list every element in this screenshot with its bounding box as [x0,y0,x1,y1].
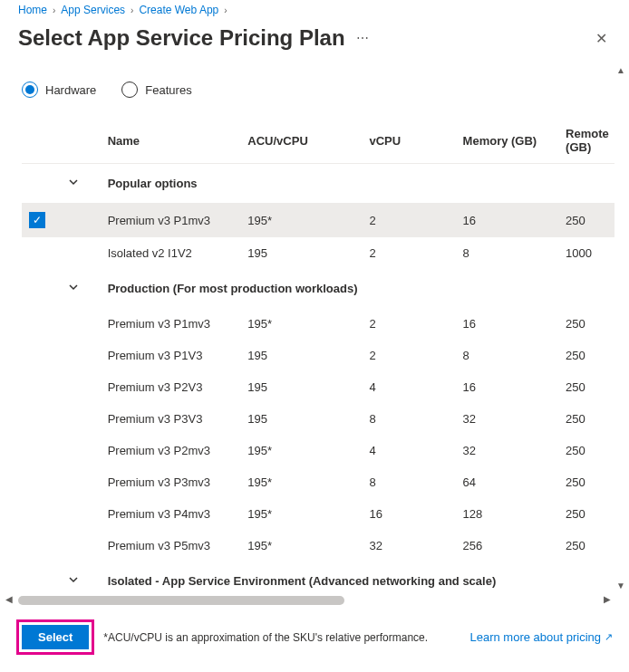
radio-icon [121,82,138,98]
table-row[interactable]: Premium v3 P2V3195416250 [22,371,614,403]
table-row[interactable]: Premium v3 P4mv3195*16128250 [22,498,614,530]
breadcrumb-app-services[interactable]: App Services [61,4,125,16]
chevron-right-icon: › [53,5,55,15]
scroll-up-icon[interactable]: ▲ [616,65,625,75]
group-label: Popular options [101,164,614,204]
cell-vcpu: 8 [362,466,455,498]
table-row[interactable]: Premium v3 P3mv3195*864250 [22,466,614,498]
cell-remote: 250 [558,498,614,530]
group-label: Production (For most production workload… [101,269,614,308]
cell-acu: 195* [240,498,362,530]
cell-name: Premium v3 P3mv3 [101,466,241,498]
cell-acu: 195* [240,530,362,562]
cell-memory: 16 [456,308,558,340]
scrollbar-thumb[interactable] [18,596,344,605]
col-header-acu[interactable]: ACU/vCPU [240,118,362,164]
external-link-icon: ↗ [605,631,613,643]
select-button[interactable]: Select [22,625,89,649]
cell-acu: 195* [240,435,362,466]
cell-acu: 195 [240,237,362,269]
radio-icon [22,82,38,98]
col-header-name[interactable]: Name [101,118,241,164]
chevron-down-icon[interactable] [68,282,79,295]
chevron-right-icon: › [131,5,133,15]
col-header-vcpu[interactable]: vCPU [362,118,455,164]
cell-vcpu: 2 [362,340,455,371]
pricing-table: Name ACU/vCPU vCPU Memory (GB) Remote (G… [22,118,614,590]
content-area: ▲ ▼ Hardware Features Name ACU/vCPU vCPU… [0,65,629,590]
cell-name: Premium v3 P1V3 [101,340,241,371]
cell-name: Premium v3 P4mv3 [101,498,241,530]
radio-hardware[interactable]: Hardware [22,82,96,98]
table-row[interactable]: ✓Premium v3 P1mv3195*216250 [22,203,614,237]
cell-acu: 195* [240,466,362,498]
cell-memory: 8 [456,237,558,269]
footer: Select *ACU/vCPU is an approximation of … [0,607,629,667]
page-header: Select App Service Pricing Plan ⋯ ✕ [0,20,629,65]
cell-acu: 195 [240,340,362,371]
table-row[interactable]: Premium v3 P1mv3195*216250 [22,308,614,340]
cell-memory: 32 [456,403,558,435]
learn-more-pricing-link[interactable]: Learn more about pricing ↗ [469,630,613,644]
vertical-scrollbar[interactable]: ▲ ▼ [614,65,629,590]
row-checkbox[interactable]: ✓ [29,212,45,228]
cell-acu: 195* [240,203,362,237]
chevron-right-icon: › [224,5,227,15]
cell-remote: 250 [558,530,614,562]
cell-vcpu: 4 [362,371,455,403]
cell-remote: 250 [558,308,614,340]
more-menu-icon[interactable]: ⋯ [356,31,369,45]
cell-remote: 250 [558,403,614,435]
col-header-remote[interactable]: Remote (GB) [558,118,614,164]
cell-name: Premium v3 P1mv3 [101,203,241,237]
scroll-right-icon[interactable]: ▶ [604,594,611,604]
learn-more-label: Learn more about pricing [469,630,601,644]
breadcrumb: Home › App Services › Create Web App › [0,0,629,20]
scroll-down-icon[interactable]: ▼ [616,581,625,590]
cell-memory: 8 [456,340,558,371]
cell-acu: 195 [240,403,362,435]
breadcrumb-home[interactable]: Home [18,4,47,16]
group-label: Isolated - App Service Environment (Adva… [101,562,614,590]
cell-vcpu: 4 [362,435,455,466]
cell-remote: 250 [558,466,614,498]
table-group-header[interactable]: Popular options [22,164,614,204]
cell-remote: 1000 [558,237,614,269]
chevron-down-icon[interactable] [68,177,79,190]
table-row[interactable]: Premium v3 P1V319528250 [22,340,614,371]
page-title: Select App Service Pricing Plan [18,25,345,51]
table-row[interactable]: Premium v3 P2mv3195*432250 [22,435,614,466]
chevron-down-icon[interactable] [68,574,79,588]
table-group-header[interactable]: Isolated - App Service Environment (Adva… [22,562,614,590]
horizontal-scrollbar[interactable]: ◀ ▶ [5,594,611,607]
cell-remote: 250 [558,435,614,466]
breadcrumb-create-web-app[interactable]: Create Web App [139,4,218,16]
table-group-header[interactable]: Production (For most production workload… [22,269,614,308]
radio-hardware-label: Hardware [45,83,96,97]
col-header-memory[interactable]: Memory (GB) [456,118,558,164]
table-row[interactable]: Isolated v2 I1V2195281000 [22,237,614,269]
cell-name: Isolated v2 I1V2 [101,237,241,269]
cell-name: Premium v3 P5mv3 [101,530,241,562]
cell-acu: 195 [240,371,362,403]
cell-vcpu: 2 [362,237,455,269]
cell-vcpu: 2 [362,203,455,237]
scroll-left-icon[interactable]: ◀ [5,594,13,604]
cell-memory: 256 [456,530,558,562]
cell-vcpu: 2 [362,308,455,340]
cell-vcpu: 32 [362,530,455,562]
cell-remote: 250 [558,340,614,371]
radio-features-label: Features [145,83,191,97]
radio-features[interactable]: Features [121,82,191,98]
table-row[interactable]: Premium v3 P5mv3195*32256250 [22,530,614,562]
cell-vcpu: 16 [362,498,455,530]
view-toggle: Hardware Features [0,65,629,118]
cell-memory: 128 [456,498,558,530]
cell-memory: 32 [456,435,558,466]
acu-footnote: *ACU/vCPU is an approximation of the SKU… [103,631,428,644]
cell-name: Premium v3 P2V3 [101,371,241,403]
table-row[interactable]: Premium v3 P3V3195832250 [22,403,614,435]
close-icon[interactable]: ✕ [592,26,611,51]
cell-name: Premium v3 P1mv3 [101,308,241,340]
cell-remote: 250 [558,203,614,237]
